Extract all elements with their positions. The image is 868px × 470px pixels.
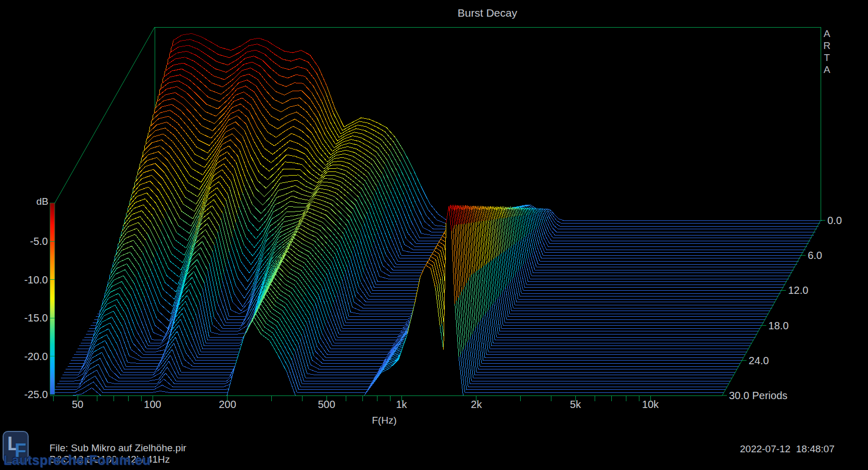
arta-letter: A — [824, 28, 831, 39]
file-name-text: File: Sub Mikro auf Zielhöhe.pir — [49, 442, 186, 454]
decay-curve-segment — [336, 332, 405, 340]
decay-curve-segment — [314, 354, 392, 363]
x-axis-tick-label: 1k — [396, 399, 407, 410]
decay-curve-segment — [310, 360, 388, 369]
decay-curve-segment — [152, 340, 162, 340]
decay-curve-segment — [553, 216, 821, 224]
x-axis-tick-label: 10k — [642, 399, 659, 410]
decay-curve-segment — [339, 327, 408, 334]
decay-curve-segment — [312, 357, 389, 366]
x-axis-tick-label: 200 — [219, 399, 236, 410]
periods-axis-tick-label: 30.0 Periods — [729, 390, 787, 401]
plot-title: Burst Decay — [458, 7, 518, 19]
x-axis-tick-label: 5k — [570, 399, 582, 410]
db-axis-tick-label: -20.0 — [24, 351, 48, 362]
arta-letter: T — [824, 52, 830, 63]
decay-curve-segment — [540, 243, 803, 253]
watermark-text: LautsprecherForum.eu — [4, 453, 150, 468]
decay-curve-segment — [316, 351, 393, 361]
decay-curve-segment — [176, 373, 235, 381]
periods-axis-tick-label: 0.0 — [827, 215, 842, 226]
decay-curve-segment — [328, 346, 396, 355]
decay-curve-segment — [329, 343, 398, 352]
periods-axis-tick-label: 18.0 — [769, 320, 789, 331]
decay-curve-segment — [542, 240, 805, 250]
decay-curve-segment — [554, 225, 817, 229]
x-axis-tick-label: 100 — [144, 399, 161, 410]
periods-axis-tick-label: 6.0 — [808, 250, 822, 261]
db-colorbar-gradient — [50, 203, 55, 395]
x-axis-tick-label: 500 — [318, 399, 335, 410]
db-axis-unit-label: dB — [36, 196, 48, 207]
arta-burst-decay-window: Burst Decay 501002005001k2k5k10k0.06.012… — [0, 0, 868, 470]
arta-vertical-label: ARTA — [823, 28, 831, 75]
burst-decay-plot: Burst Decay 501002005001k2k5k10k0.06.012… — [0, 0, 868, 470]
decay-curve-segment — [329, 168, 338, 169]
periods-axis-tick-label: 24.0 — [749, 355, 769, 366]
decay-curve-segment — [546, 236, 809, 244]
arta-letter: R — [823, 40, 831, 51]
decay-curve-segment — [331, 340, 399, 349]
db-axis-tick-label: -15.0 — [24, 312, 48, 324]
x-axis-tick-label: 50 — [72, 399, 83, 410]
decay-curve-segment — [556, 223, 819, 226]
decay-curve-segment — [326, 349, 395, 357]
decay-curve-segment — [337, 329, 406, 337]
db-axis-tick-label: -5.0 — [30, 236, 48, 247]
decay-curve-segment — [309, 362, 386, 372]
x-axis-title: F(Hz) — [372, 415, 396, 426]
arta-letter: A — [824, 64, 831, 75]
decay-curve-segment — [332, 338, 401, 346]
decay-curve-segment — [341, 324, 409, 331]
decay-curve-segment — [544, 238, 807, 246]
decay-curve-segment — [108, 382, 157, 384]
decay-curve-segment — [334, 335, 403, 343]
decay-curve-segment — [178, 368, 237, 378]
timestamp-text: 2022-07-12 18:48:07 — [740, 443, 835, 455]
db-colorbar — [50, 203, 55, 395]
decay-curve-segment — [203, 348, 245, 349]
decay-curve-segment — [552, 228, 815, 232]
db-axis-tick-label: -10.0 — [24, 274, 48, 286]
x-axis-tick-label: 2k — [471, 399, 482, 410]
decay-curve-segment — [347, 313, 416, 320]
decay-curve-segment — [555, 215, 822, 220]
periods-axis-tick-label: 12.0 — [788, 285, 808, 296]
waterfall-curves — [51, 33, 822, 395]
db-axis-tick-label: -25.0 — [24, 389, 48, 400]
